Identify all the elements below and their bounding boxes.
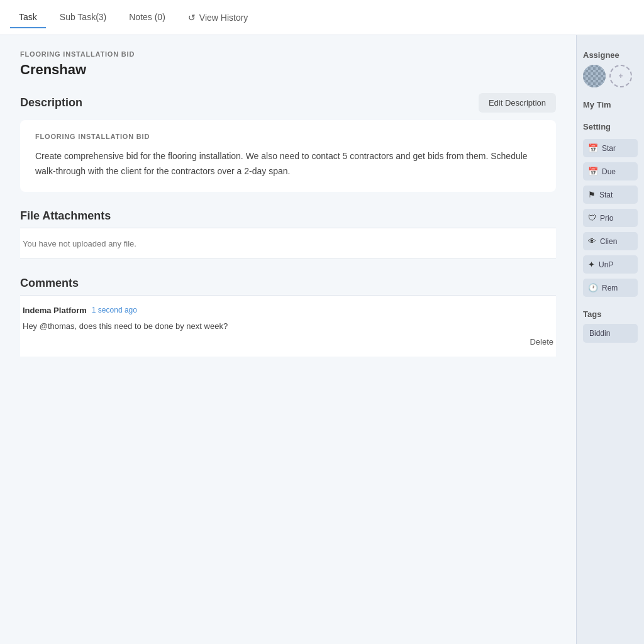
- settings-reminder-label: Rem: [602, 284, 618, 292]
- settings-row-client[interactable]: 👁 Clien: [583, 232, 638, 250]
- content-split: FLOORING INSTALLATION BID Crenshaw Descr…: [0, 35, 644, 644]
- tab-notes[interactable]: Notes (0): [120, 7, 174, 28]
- comment-actions: Delete: [23, 337, 553, 347]
- settings-client-label: Clien: [600, 237, 617, 246]
- settings-start-label: Star: [602, 144, 616, 153]
- file-attachments-section: File Attachments You have not uploaded a…: [20, 209, 556, 259]
- assignee-avatars: +: [583, 65, 638, 87]
- description-box: FLOORING INSTALLATION BID Create compreh…: [20, 120, 556, 192]
- my-time-label: My Tim: [583, 100, 638, 109]
- tabs-bar: Task Sub Task(3) Notes (0) ↺ View Histor…: [0, 0, 644, 35]
- settings-row-status[interactable]: ⚑ Stat: [583, 186, 638, 204]
- view-history-label: View History: [199, 13, 248, 23]
- avatar-pattern: [583, 65, 606, 87]
- settings-row-unpublished[interactable]: ✦ UnP: [583, 255, 638, 274]
- file-empty-text: You have not uploaded any file.: [20, 239, 139, 248]
- avatar-add[interactable]: +: [609, 65, 632, 87]
- eye-icon: 👁: [588, 236, 596, 246]
- file-attachments-label: File Attachments: [20, 209, 111, 222]
- comments-section: Comments Indema Platform 1 second ago He…: [20, 277, 556, 357]
- tab-subtask[interactable]: Sub Task(3): [51, 7, 115, 28]
- comment-item: Indema Platform 1 second ago Hey @thomas…: [20, 295, 556, 357]
- settings-row-start[interactable]: 📅 Star: [583, 139, 638, 157]
- star-icon: ✦: [588, 260, 595, 269]
- settings-due-label: Due: [602, 167, 616, 176]
- task-category: FLOORING INSTALLATION BID: [20, 50, 556, 58]
- tags-section: Tags Biddin: [583, 309, 638, 343]
- comment-author: Indema Platform: [23, 306, 87, 315]
- main-content: Task Sub Task(3) Notes (0) ↺ View Histor…: [0, 0, 644, 644]
- calendar-icon-due: 📅: [588, 167, 598, 176]
- calendar-icon-start: 📅: [588, 143, 598, 153]
- delete-comment-button[interactable]: Delete: [530, 337, 553, 347]
- task-title: Crenshaw: [20, 62, 556, 78]
- edit-description-button[interactable]: Edit Description: [479, 93, 556, 113]
- tag-item[interactable]: Biddin: [583, 324, 638, 343]
- task-detail: FLOORING INSTALLATION BID Crenshaw Descr…: [0, 35, 576, 644]
- description-label: Description: [20, 96, 82, 109]
- file-empty-row: You have not uploaded any file.: [20, 228, 556, 259]
- tab-view-history[interactable]: ↺ View History: [179, 8, 257, 28]
- description-header: Description Edit Description: [20, 93, 556, 113]
- tags-title: Tags: [583, 309, 638, 319]
- settings-row-reminder[interactable]: 🕐 Rem: [583, 279, 638, 297]
- history-icon: ↺: [188, 13, 196, 23]
- settings-title: Setting: [583, 122, 638, 131]
- clock-icon: 🕐: [588, 283, 598, 292]
- comment-time: 1 second ago: [92, 306, 137, 314]
- comment-text: Hey @thomas, does this need to be done b…: [23, 320, 553, 333]
- tab-task[interactable]: Task: [10, 7, 46, 28]
- flag-icon: ⚑: [588, 190, 596, 199]
- settings-row-due[interactable]: 📅 Due: [583, 162, 638, 180]
- settings-unpublished-label: UnP: [599, 260, 613, 269]
- app-container: Task Sub Task(3) Notes (0) ↺ View Histor…: [0, 0, 644, 644]
- comments-label: Comments: [20, 277, 79, 289]
- desc-box-category: FLOORING INSTALLATION BID: [35, 133, 541, 140]
- assignee-label: Assignee: [583, 50, 638, 60]
- comment-meta: Indema Platform 1 second ago: [23, 306, 553, 315]
- settings-status-label: Stat: [599, 191, 613, 199]
- shield-icon: 🛡: [588, 213, 596, 223]
- assignee-area: Assignee +: [583, 45, 638, 90]
- avatar-primary[interactable]: [583, 65, 606, 87]
- settings-priority-label: Prio: [600, 214, 613, 223]
- right-sidebar: Assignee + My Tim Setting 📅 Star: [576, 35, 644, 644]
- settings-row-priority[interactable]: 🛡 Prio: [583, 209, 638, 227]
- description-text: Create comprehensive bid for the floorin…: [35, 149, 541, 179]
